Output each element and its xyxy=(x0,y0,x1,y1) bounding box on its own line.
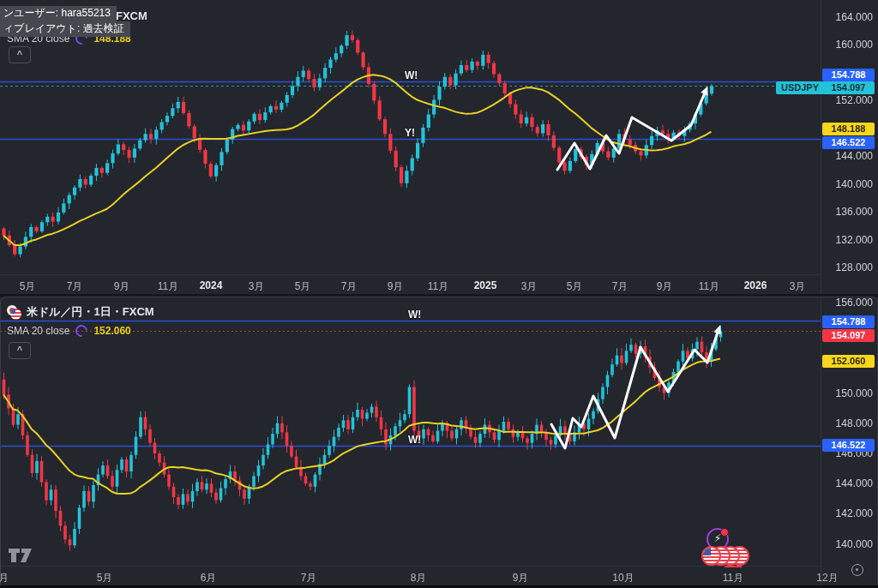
price-tick: 156.000 xyxy=(823,297,873,309)
time-axis-label: 2025 xyxy=(474,279,497,291)
lower-sma-legend[interactable]: SMA 20 close 152.060 xyxy=(7,325,131,337)
time-axis-label: 11月 xyxy=(428,279,448,294)
time-axis-label: 5月 xyxy=(567,279,583,294)
price-tick: 144.000 xyxy=(823,477,873,489)
axis-settings-icon[interactable] xyxy=(851,564,863,576)
current-month-marker xyxy=(725,566,742,567)
pivot-label: Y! xyxy=(405,127,415,139)
notification-dot xyxy=(720,528,729,537)
us-flag-icon xyxy=(701,546,721,566)
time-axis-label: 5月 xyxy=(20,279,36,294)
tradingview-logo[interactable] xyxy=(7,545,39,569)
time-axis-label: 11月 xyxy=(723,571,743,585)
price-tick: 144.000 xyxy=(823,150,873,162)
price-badge: 154.788 xyxy=(822,69,875,81)
time-axis-label: 12月 xyxy=(816,571,838,585)
tooltip-line-1: ンユーザー: hara55213 xyxy=(0,6,117,21)
spinner-icon xyxy=(74,322,91,339)
sma-value: 152.060 xyxy=(93,325,130,337)
price-tick: 148.000 xyxy=(823,417,873,429)
pivot-label: W! xyxy=(408,309,421,321)
sma-label: SMA 20 close xyxy=(7,325,69,337)
tooltip-line-2: ィブレイアウト: 過去検証 xyxy=(0,21,130,37)
time-axis-label: 5月 xyxy=(295,279,311,294)
us-flag-event-markers[interactable] xyxy=(701,546,751,565)
pivot-label: W! xyxy=(405,69,418,81)
price-tick: 140.000 xyxy=(823,538,873,550)
time-axis-label: 2026 xyxy=(744,279,767,291)
time-axis-label: 2024 xyxy=(200,279,223,291)
time-axis-label: 9月 xyxy=(114,279,130,294)
time-axis-label: 9月 xyxy=(657,279,673,294)
time-axis-label: 6月 xyxy=(201,571,217,585)
time-axis-label: 3月 xyxy=(521,279,538,294)
price-tick: 160.000 xyxy=(823,39,873,51)
price-badge: 152.060 xyxy=(822,355,875,368)
price-tick: 142.000 xyxy=(823,507,873,519)
tradingview-multichart: FXCM SMA 20 close 148.188 ^ ンユーザー: hara5… xyxy=(0,0,878,588)
lower-collapse-button[interactable]: ^ xyxy=(9,342,31,359)
time-axis-label: 11月 xyxy=(158,279,178,294)
time-axis-label: 9月 xyxy=(388,279,404,294)
price-badge: 146.522 xyxy=(822,136,875,149)
upper-collapse-button[interactable]: ^ xyxy=(9,46,31,63)
price-tick: 128.000 xyxy=(823,261,873,273)
time-axis-label: 3月 xyxy=(790,279,806,294)
price-tick: 164.000 xyxy=(823,11,873,23)
price-badge: 154.097 xyxy=(822,329,875,342)
symbol-title: 米ドル／円・1日・FXCM xyxy=(27,304,154,320)
price-tick: 152.000 xyxy=(823,94,873,106)
time-axis-label: 10月 xyxy=(612,571,634,585)
price-badge: 146.522 xyxy=(822,439,875,452)
price-tick: 140.000 xyxy=(823,178,873,190)
time-axis-separator-upper xyxy=(0,274,821,275)
time-axis-label: 8月 xyxy=(411,571,427,585)
price-tick: 150.000 xyxy=(823,387,873,399)
price-badge: 154.788 xyxy=(822,315,875,328)
time-axis-label: 7月 xyxy=(301,571,317,585)
user-tooltip: ンユーザー: hara55213 ィブレイアウト: 過去検証 xyxy=(0,6,130,37)
time-axis-label: 7月 xyxy=(612,279,628,294)
time-axis-label: 11月 xyxy=(699,279,719,294)
lower-panel-legend-title[interactable]: 米ドル／円・1日・FXCM xyxy=(7,304,154,320)
time-axis-label: 7月 xyxy=(341,279,358,294)
usdjpy-flag-icon xyxy=(7,305,21,320)
time-axis-label: 3月 xyxy=(249,279,265,294)
time-axis-separator-lower xyxy=(0,566,821,567)
time-axis-label: 7月 xyxy=(67,279,83,294)
pivot-label: W! xyxy=(408,434,421,446)
time-axis-label: 4月 xyxy=(0,571,9,585)
time-axis-label: 5月 xyxy=(97,571,113,585)
price-badge: 154.097 xyxy=(822,81,875,94)
price-tick: 132.000 xyxy=(823,234,873,246)
price-tick: 136.000 xyxy=(823,206,873,218)
symbol-price-tag: USDJPY xyxy=(776,81,824,94)
price-badge: 148.188 xyxy=(822,123,875,135)
panel-divider[interactable] xyxy=(0,294,878,297)
time-axis-label: 9月 xyxy=(513,571,529,585)
